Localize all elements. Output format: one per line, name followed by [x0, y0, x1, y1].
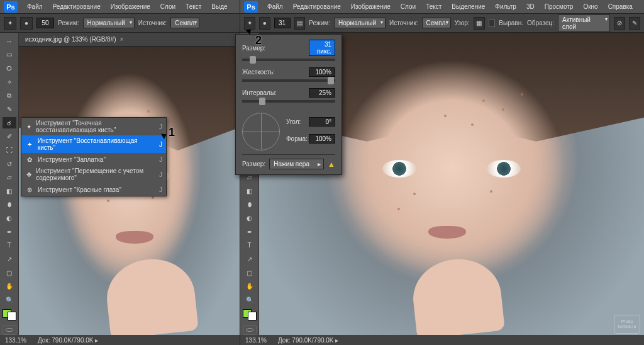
quick-mask-icon[interactable]: [243, 325, 257, 335]
color-swatches[interactable]: [3, 309, 16, 321]
mode-select[interactable]: Нормальный: [83, 18, 135, 28]
patch-icon: ✿: [25, 155, 34, 164]
hardness-field[interactable]: 100%: [309, 67, 335, 77]
flyout-content-aware-move[interactable]: ✥Инструмент "Перемещение с учетом содерж…: [21, 166, 166, 183]
menu-3d[interactable]: 3D: [522, 1, 539, 12]
flyout-red-eye[interactable]: ⊕Инструмент "Красные глаза"J: [21, 183, 166, 196]
quick-mask-icon[interactable]: [3, 325, 16, 335]
pattern-swatch[interactable]: ▦: [474, 17, 485, 30]
tool-move[interactable]: ↔: [3, 35, 16, 47]
menu-file[interactable]: Файл: [263, 1, 287, 12]
ignore-adj-icon[interactable]: ⊘: [614, 17, 625, 30]
tool-blur[interactable]: ⬮: [243, 199, 257, 211]
tool-wand[interactable]: ✧: [3, 76, 16, 88]
tool-shape[interactable]: ▢: [3, 267, 16, 279]
flyout-item-label: Инструмент "Заплатка": [38, 156, 106, 163]
tool-hand[interactable]: ✋: [243, 281, 257, 293]
menu-window[interactable]: Окно: [579, 1, 602, 12]
menu-help[interactable]: Справка: [604, 1, 637, 12]
tool-pen[interactable]: ✒: [243, 226, 257, 238]
menu-layer[interactable]: Слои: [396, 1, 420, 12]
color-swatches[interactable]: [243, 309, 257, 321]
tool-eyedropper[interactable]: ✎: [3, 103, 16, 115]
tool-healing[interactable]: ☌: [3, 117, 16, 129]
menu-view[interactable]: Просмотр: [540, 1, 578, 12]
mode-select[interactable]: Нормальный: [334, 18, 386, 28]
menu-layer[interactable]: Слои: [156, 1, 180, 12]
tool-dodge[interactable]: ◐: [3, 212, 16, 224]
tool-zoom[interactable]: 🔍: [243, 294, 257, 306]
tool-gradient[interactable]: ◧: [3, 185, 16, 197]
tool-blur[interactable]: ⬮: [3, 199, 16, 211]
shortcut-label: J: [159, 156, 162, 163]
menu-type[interactable]: Текст: [421, 1, 446, 12]
spacing-slider[interactable]: [242, 100, 335, 103]
source-select[interactable]: Семпл.: [170, 18, 199, 28]
brush-size-value[interactable]: 31: [274, 18, 291, 28]
size-field[interactable]: 31 пикс.: [309, 40, 335, 56]
watermark: Photo komok.ru: [614, 315, 640, 334]
doc-size-label: Док:: [278, 337, 291, 344]
tool-type[interactable]: T: [3, 240, 16, 252]
tool-path[interactable]: ↗: [243, 253, 257, 265]
menu-select[interactable]: Выде: [207, 1, 231, 12]
menubar: Ps Файл Редактирование Изображение Слои …: [0, 0, 240, 14]
menu-image[interactable]: Изображение: [347, 1, 395, 12]
doc-size: 790.0K/790.0K: [52, 337, 93, 344]
menu-edit[interactable]: Редактирование: [289, 1, 345, 12]
hardness-slider[interactable]: [242, 79, 335, 82]
status-bar: 133.1% Док: 790.0K/790.0K ▸: [0, 335, 240, 345]
tool-zoom[interactable]: 🔍: [3, 294, 16, 306]
source-select[interactable]: Семпл.: [422, 18, 451, 28]
menu-image[interactable]: Изображение: [106, 1, 155, 12]
tool-pen[interactable]: ✒: [3, 226, 16, 238]
tool-preset-icon[interactable]: ✦: [4, 17, 16, 30]
flyout-patch[interactable]: ✿Инструмент "Заплатка"J: [21, 153, 166, 166]
tool-history-brush[interactable]: ↺: [3, 158, 16, 170]
tool-hand[interactable]: ✋: [3, 281, 16, 293]
size-mode-select[interactable]: Нажим пера: [269, 159, 324, 169]
size-slider[interactable]: [242, 59, 335, 61]
size-mode-label: Размер:: [242, 161, 265, 167]
source-label: Источник:: [389, 20, 418, 26]
tool-stamp[interactable]: ⛶: [3, 144, 16, 156]
menu-filter[interactable]: Фильтр: [491, 1, 521, 12]
angle-widget[interactable]: [242, 113, 280, 150]
tool-shape[interactable]: ▢: [243, 267, 257, 279]
angle-field[interactable]: 0°: [309, 117, 335, 127]
tool-crop[interactable]: ⧉: [3, 90, 16, 102]
flyout-spot-healing[interactable]: ✦Инструмент "Точечная восстанавливающая …: [21, 118, 166, 135]
sample-select[interactable]: Активный слой: [558, 14, 610, 32]
mode-label: Режим:: [58, 20, 79, 26]
spacing-field[interactable]: 25%: [309, 88, 335, 98]
brush-size-value[interactable]: 50: [36, 18, 54, 28]
close-icon[interactable]: ×: [120, 36, 124, 43]
menu-file[interactable]: Файл: [23, 1, 47, 12]
warning-icon: ▲: [328, 160, 335, 169]
brush-preview-icon[interactable]: ●: [20, 17, 33, 30]
aligned-checkbox[interactable]: [489, 20, 496, 27]
flyout-healing-brush[interactable]: ✦Инструмент "Восстанавливающая кисть"J: [21, 135, 166, 153]
tool-brush[interactable]: ✐: [3, 130, 16, 142]
source-label: Источник:: [138, 20, 167, 26]
document-tab[interactable]: исходник.jpg @ 133% (RGB/8#) ×: [19, 34, 130, 45]
tool-path[interactable]: ↗: [3, 253, 16, 265]
menu-edit[interactable]: Редактирование: [48, 1, 105, 12]
flyout-item-label: Инструмент "Восстанавливающая кисть": [38, 137, 155, 151]
zoom-level[interactable]: 133.1%: [245, 337, 267, 344]
doc-size-label: Док:: [38, 337, 50, 344]
brush-panel-icon[interactable]: ▤: [294, 17, 306, 30]
tool-marquee[interactable]: ▭: [3, 49, 16, 61]
menu-select[interactable]: Выделение: [447, 1, 489, 12]
tool-lasso[interactable]: ⵔ: [3, 62, 16, 74]
tool-gradient[interactable]: ◧: [243, 185, 257, 197]
pressure-size-icon[interactable]: ✎: [629, 17, 640, 30]
annotation-2: 2: [255, 34, 262, 47]
zoom-level[interactable]: 133.1%: [5, 337, 26, 344]
brush-preview-icon[interactable]: ●: [259, 17, 270, 30]
tool-eraser[interactable]: ▱: [3, 171, 16, 183]
tool-type[interactable]: T: [243, 240, 257, 252]
menu-type[interactable]: Текст: [181, 1, 206, 12]
tool-dodge[interactable]: ◐: [243, 212, 257, 224]
roundness-field[interactable]: 100%: [309, 134, 335, 144]
